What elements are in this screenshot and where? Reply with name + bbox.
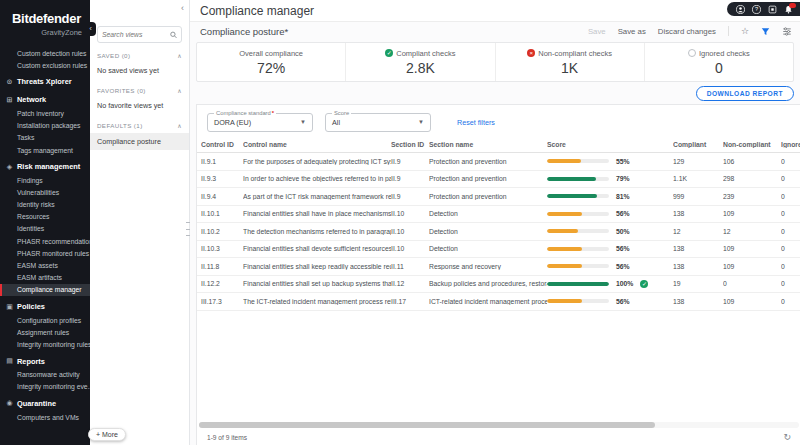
view-item-compliance-posture[interactable]: Compliance posture: [90, 133, 189, 150]
table-row-ii-10-1[interactable]: II.10.1Financial entities shall have in …: [197, 206, 800, 224]
sidebar-item-tags-management[interactable]: Tags management: [0, 144, 90, 156]
table-row-ii-10-2[interactable]: II.10.2The detection mechanisms referred…: [197, 223, 800, 241]
sidebar-item-resources[interactable]: Resources: [0, 211, 90, 223]
section-id-cell: II.10: [391, 245, 429, 252]
column-settings-icon[interactable]: [782, 27, 792, 36]
refresh-icon[interactable]: ↻: [783, 432, 791, 442]
compliant-cell: 138: [673, 210, 723, 217]
column-header-score[interactable]: Score: [547, 141, 673, 148]
sidebar-item-tasks[interactable]: Tasks: [0, 132, 90, 144]
user-icon[interactable]: [736, 5, 745, 14]
sidebar-item-configuration-profiles[interactable]: Configuration profiles: [0, 314, 90, 326]
favorite-star-icon[interactable]: ☆: [741, 27, 749, 36]
sidebar-item-installation-packages[interactable]: Installation packages: [0, 120, 90, 132]
non-compliant-cell: 109: [723, 210, 781, 217]
reset-filters-link[interactable]: Reset filters: [457, 118, 495, 127]
table-footer: 1-9 of 9 items ↻: [197, 428, 800, 445]
score-select[interactable]: Score All ▼: [325, 113, 431, 132]
section-id-cell: III.17: [391, 298, 429, 305]
sidebar-item-reports[interactable]: ▤Reports: [0, 354, 90, 369]
discard-changes-button[interactable]: Discard changes: [658, 27, 716, 36]
sidebar-item-custom-detection-rules[interactable]: Custom detection rules: [0, 47, 90, 59]
sidebar-item-label: EASM artifacts: [17, 274, 62, 281]
notification-badge: [789, 3, 796, 8]
column-header-section-id[interactable]: Section ID: [391, 141, 429, 148]
brand-subname: GravityZone: [12, 28, 82, 37]
apps-icon[interactable]: [768, 5, 777, 14]
non-compliant-cell: 109: [723, 245, 781, 252]
sidebar-collapse-icon[interactable]: ‹: [85, 22, 96, 36]
sidebar-item-phasr-recommendations[interactable]: PHASR recommendations: [0, 235, 90, 247]
sidebar-item-phasr-monitored-rules[interactable]: PHASR monitored rules: [0, 247, 90, 259]
column-header-compliant[interactable]: Compliant: [673, 141, 723, 148]
sidebar-item-compliance-manager[interactable]: Compliance manager: [0, 284, 90, 296]
sidebar-item-quarantine[interactable]: ◉Quarantine: [0, 396, 90, 411]
sidebar-item-policies[interactable]: ▣Policies: [0, 299, 90, 314]
sidebar-item-assignment-rules[interactable]: Assignment rules: [0, 326, 90, 338]
views-section-defaults-1[interactable]: DEFAULTS (1)∧: [90, 113, 189, 133]
table-row-ii-9-3[interactable]: II.9.3In order to achieve the objectives…: [197, 171, 800, 189]
chevron-up-icon: ∧: [177, 52, 182, 59]
notifications-bell[interactable]: [784, 5, 793, 14]
column-header-section-name[interactable]: Section name: [429, 141, 547, 148]
section-id-cell: II.11: [391, 263, 429, 270]
stat-ignored-checks: Ignored checks 0: [645, 43, 793, 81]
table-row-ii-9-4[interactable]: II.9.4As part of the ICT risk management…: [197, 188, 800, 206]
score-percentage: 56%: [616, 298, 630, 305]
sidebar-item-label: Tags management: [17, 147, 73, 154]
sidebar-item-label: PHASR monitored rules: [17, 250, 89, 257]
sidebar-item-findings[interactable]: Findings: [0, 174, 90, 186]
table-row-iii-17-3[interactable]: III.17.3The ICT-related incident managem…: [197, 293, 800, 311]
column-header-ignored[interactable]: Ignored: [781, 141, 800, 148]
views-section-label: FAVORITES (0): [97, 87, 146, 94]
views-empty-text: No saved views yet: [90, 63, 189, 78]
more-button[interactable]: + More: [88, 428, 126, 441]
search-input[interactable]: [102, 31, 170, 38]
compliance-standard-value: DORA (EU): [214, 118, 251, 127]
sidebar-item-threats-xplorer[interactable]: ⊙Threats Xplorer: [0, 74, 90, 89]
sidebar-item-patch-inventory[interactable]: Patch inventory: [0, 107, 90, 119]
score-value: All: [332, 118, 340, 127]
sidebar-item-integrity-monitoring-eve[interactable]: Integrity monitoring eve...: [0, 381, 90, 393]
sidebar-item-identities[interactable]: Identities: [0, 223, 90, 235]
view-name: Compliance posture*: [200, 26, 288, 37]
score-cell: 55%: [547, 158, 673, 165]
views-collapse-icon[interactable]: ‹: [181, 3, 184, 13]
main-sidebar: Bitdefender GravityZone Custom detection…: [0, 0, 90, 445]
filter-funnel-icon[interactable]: [761, 27, 770, 36]
help-icon[interactable]: ?: [752, 5, 761, 14]
sidebar-item-integrity-monitoring-rules[interactable]: Integrity monitoring rules: [0, 338, 90, 350]
table-row-ii-9-1[interactable]: II.9.1For the purposes of adequately pro…: [197, 153, 800, 171]
views-search[interactable]: [97, 26, 182, 43]
save-as-button[interactable]: Save as: [618, 27, 646, 36]
sidebar-item-network[interactable]: ⊞Network: [0, 92, 90, 107]
sidebar-item-custom-exclusion-rules[interactable]: Custom exclusion rules: [0, 59, 90, 71]
section-name-cell: Backup policies and procedures, restorat…: [429, 280, 547, 287]
sidebar-item-label: Threats Xplorer: [17, 77, 72, 86]
column-header-control-id[interactable]: Control ID: [201, 141, 243, 148]
sidebar-item-easm-artifacts[interactable]: EASM artifacts: [0, 272, 90, 284]
table-row-ii-12-2[interactable]: II.12.2Financial entities shall set up b…: [197, 276, 800, 294]
score-cell: 56%: [547, 263, 673, 270]
views-section-favorites-0[interactable]: FAVORITES (0)∧: [90, 78, 189, 98]
sidebar-item-computers-and-vms[interactable]: Computers and VMs: [0, 411, 90, 423]
score-bar: [547, 282, 609, 286]
table-row-ii-10-3[interactable]: II.10.3Financial entities shall devote s…: [197, 241, 800, 259]
sidebar-item-vulnerabilities[interactable]: Vulnerabilities: [0, 186, 90, 198]
sidebar-item-easm-assets[interactable]: EASM assets: [0, 259, 90, 271]
main-content: ? Compliance manager Compliance posture*…: [190, 0, 800, 445]
column-header-non-compliant[interactable]: Non-compliant: [723, 141, 781, 148]
views-panel: ‹ SAVED (0)∧No saved views yetFAVORITES …: [90, 0, 190, 445]
views-section-saved-0[interactable]: SAVED (0)∧: [90, 43, 189, 63]
sidebar-item-risk-management[interactable]: ◈Risk management: [0, 159, 90, 174]
compliance-standard-select[interactable]: Compliance standard* DORA (EU) ▼: [207, 113, 313, 132]
download-report-button[interactable]: DOWNLOAD REPORT: [696, 86, 794, 101]
sidebar-item-ransomware-activity[interactable]: Ransomware activity: [0, 369, 90, 381]
sidebar-item-identity-risks[interactable]: Identity risks: [0, 199, 90, 211]
horizontal-scrollbar-thumb[interactable]: [199, 422, 655, 428]
save-button[interactable]: Save: [588, 27, 606, 36]
required-marker: *: [272, 110, 274, 116]
column-header-control-name[interactable]: Control name: [243, 141, 391, 148]
panel-resize-handle[interactable]: [186, 222, 190, 236]
table-row-ii-11-8[interactable]: II.11.8Financial entities shall keep rea…: [197, 258, 800, 276]
